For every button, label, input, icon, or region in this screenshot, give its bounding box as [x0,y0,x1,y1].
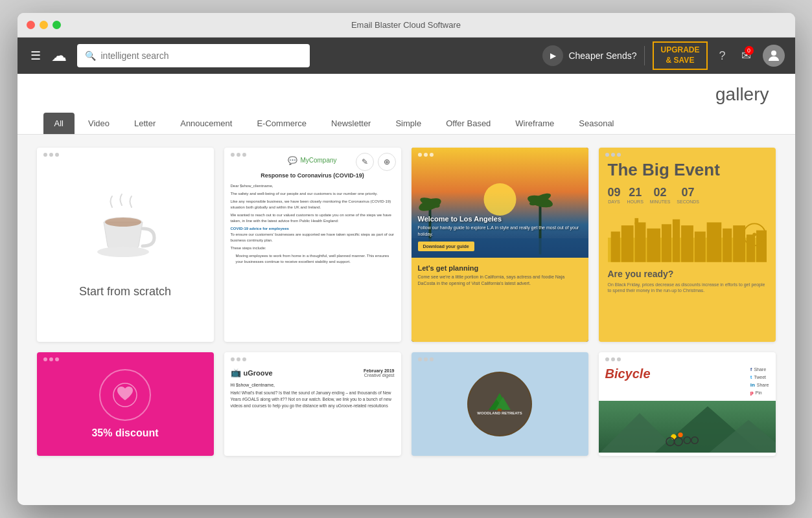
cheaper-sends-section: ▶ Cheaper Sends? UPGRADE& SAVE [542,41,707,69]
tab-offer[interactable]: Offer Based [435,113,502,134]
notifications-button[interactable]: ✉ 0 [737,46,755,65]
tab-letter[interactable]: Letter [123,113,167,134]
upgrade-save-button[interactable]: UPGRADE& SAVE [653,41,707,69]
svg-rect-23 [694,231,705,262]
help-button[interactable]: ? [715,47,730,65]
svg-point-3 [97,247,149,257]
letter-greeting: Dear $show_clientname, [231,183,395,189]
bicycle-top: Bicycle f Share t Tweet in Share [599,352,776,401]
card-dot [418,357,422,361]
tab-newsletter[interactable]: Newsletter [320,113,382,134]
la-download-btn[interactable]: Download your guide [418,242,474,251]
groove-tv-icon: 📺 [231,368,241,377]
content-area[interactable]: Start from scratch ✎ ⊕ 💬 MyCompany [17,135,795,505]
tab-simple[interactable]: Simple [384,113,432,134]
event-countdown: 09 DAYS 21 HOURS 02 MINUTES 07 [608,186,767,204]
tab-announcement[interactable]: Annoucement [169,113,243,134]
card-dot [605,357,609,361]
groove-subtitle: Creative digest [364,373,394,377]
svg-rect-20 [661,224,671,262]
gallery-title: gallery [43,84,769,105]
svg-rect-21 [672,219,679,262]
event-ready-text: Are you ready? [608,269,767,279]
groove-header: 📺 uGroove February 2019 Creative digest [231,368,395,377]
bicycle-social-links: f Share t Tweet in Share p [750,366,769,396]
card-pink-discount[interactable]: 35% discount [37,352,214,456]
card-dot [231,153,235,157]
menu-icon[interactable]: ☰ [28,46,43,65]
card-dot [237,153,240,157]
card-dot [424,153,428,157]
letter-body4: To ensure our customers' businesses are … [231,232,395,243]
zoom-button[interactable]: ⊕ [378,153,396,171]
social-twitter[interactable]: t Tweet [750,374,769,380]
card-big-event[interactable]: The Big Event 09 DAYS 21 HOURS 02 MINUTE [599,148,776,342]
event-bottom-text: On Black Friday, prices decrease as disc… [608,282,767,295]
svg-rect-19 [647,228,660,262]
svg-rect-18 [634,218,638,223]
countdown-minutes: 02 MINUTES [650,186,671,204]
notification-badge: 0 [745,46,754,55]
tab-wireframe[interactable]: Wireframe [504,113,565,134]
card-woodland[interactable]: WOODLAND RETREATS [412,352,588,456]
card-dot [49,357,53,361]
svg-point-2 [105,218,141,227]
tab-all[interactable]: All [43,113,75,134]
event-content: The Big Event 09 DAYS 21 HOURS 02 MINUTE [599,148,776,303]
social-facebook[interactable]: f Share [750,366,769,372]
la-subtitle: Follow our handy guide to explore L.A in… [418,225,582,238]
svg-point-0 [771,51,776,56]
close-button[interactable] [27,21,35,29]
card-dot [43,153,47,157]
la-bottom-section: Let's get planning Come see we're a litt… [412,258,588,342]
pink-love-circle [99,369,151,421]
card-dot [617,357,621,361]
countdown-hours: 21 HOURS [627,186,644,204]
woodland-text: WOODLAND RETREATS [477,411,522,416]
bicycle-logo-text: Bicycle [605,366,651,381]
title-bar: Email Blaster Cloud Software [17,13,795,38]
tab-seasonal[interactable]: Seasonal [568,113,625,134]
svg-rect-16 [621,225,633,262]
card-bicycle[interactable]: Bicycle f Share t Tweet in Share [599,352,776,456]
card-dots-1 [43,153,59,157]
svg-point-41 [678,433,682,437]
letter-body2: Like any responsible business, we have b… [231,199,395,210]
minimize-button[interactable] [40,21,48,29]
groove-logo-area: 📺 uGroove [231,368,273,377]
app-window: Email Blaster Cloud Software ☰ ☁ 🔍 ▶ Che… [17,13,795,505]
card-dots-8 [605,357,621,361]
card-coronavirus[interactable]: ✎ ⊕ 💬 MyCompany Response to Coronavirus … [224,148,401,342]
avatar[interactable] [763,45,785,67]
tab-video[interactable]: Video [77,113,121,134]
filter-tabs: All Video Letter Annoucement E-Commerce … [43,113,769,134]
svg-point-5 [483,183,516,216]
svg-rect-25 [723,228,732,262]
nav-divider [644,46,645,65]
groove-body: Hark! What's that sound? Is that the sou… [231,390,395,409]
social-linkedin[interactable]: in Share [750,382,769,388]
card-ugroove[interactable]: 📺 uGroove February 2019 Creative digest … [224,352,401,456]
coffee-cup-icon [89,191,161,275]
card-dot [55,153,59,157]
card-dots-7 [418,357,434,361]
maximize-button[interactable] [52,21,61,29]
letter-bullet: Moving employees to work from home in a … [236,253,395,265]
letter-body5: These steps include: [231,245,395,251]
card-dots-2 [231,153,246,157]
woodland-badge: WOODLAND RETREATS [467,372,532,436]
play-button[interactable]: ▶ [542,45,563,66]
logo-icon[interactable]: ☁ [51,47,67,65]
tab-ecommerce[interactable]: E-Commerce [246,113,318,134]
card-la[interactable]: Welcome to Los Angeles Follow our handy … [412,148,588,342]
search-input[interactable] [101,51,302,61]
card-dot [49,153,53,157]
edit-button[interactable]: ✎ [356,153,374,171]
letter-link: COVID-19 advice for employees [231,226,395,231]
groove-greeting: Hi $show_clientname, [231,383,395,387]
card-dot [237,357,240,361]
social-pinterest[interactable]: p Pin [750,390,769,396]
discount-text: 35% discount [91,427,158,439]
card-dot [231,357,235,361]
card-scratch[interactable]: Start from scratch [37,148,214,342]
